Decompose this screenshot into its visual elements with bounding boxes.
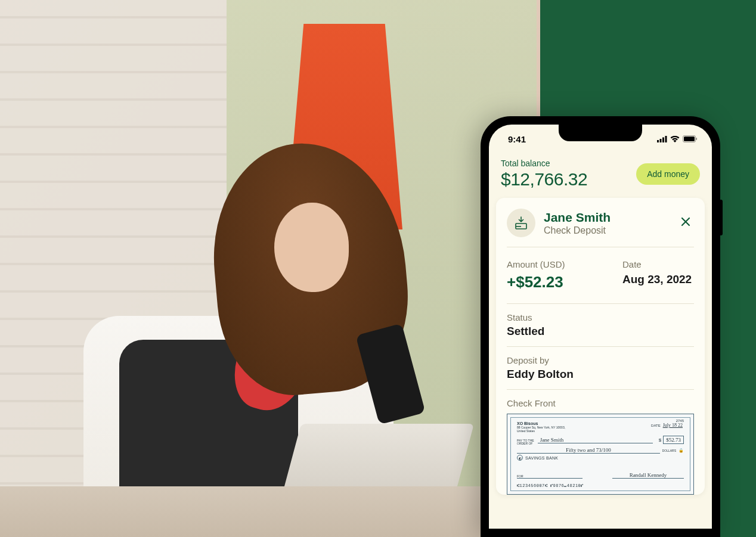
card-header: Jane Smith Check Deposit (507, 209, 694, 247)
phone-device-frame: 9:41 Total balance $12,766.32 Add money (481, 116, 720, 537)
status-icons (657, 134, 698, 144)
date-value: Aug 23, 2022 (622, 273, 692, 286)
hero-photo (0, 0, 540, 537)
amount-date-row: Amount (USD) +$52.23 Date Aug 23, 2022 (507, 247, 694, 304)
total-balance-amount: $12,766.32 (501, 169, 587, 190)
deposit-by-label: Deposit by (507, 355, 694, 365)
check-for-label: FOR (517, 474, 523, 478)
check-amount-box: $52.73 (663, 436, 684, 444)
balance-header: Total balance $12,766.32 Add money (489, 148, 712, 198)
bank-logo-icon: ◐ (517, 455, 523, 461)
date-label: Date (622, 259, 642, 269)
check-payto-value: Jane Smith (538, 437, 653, 443)
phone-screen: 9:41 Total balance $12,766.32 Add money (489, 125, 712, 529)
close-icon (680, 216, 691, 229)
svg-rect-5 (684, 136, 695, 141)
status-label: Status (507, 312, 694, 322)
status-field: Status Settled (507, 304, 694, 347)
svg-rect-6 (696, 138, 698, 140)
deposit-by-value: Eddy Bolton (507, 368, 694, 381)
amount-label: Amount (USD) (507, 259, 611, 269)
check-front-section: Check Front 2745 XO Bisous 88 Cooper Sq,… (507, 390, 694, 495)
phone-notch (559, 125, 642, 141)
svg-rect-0 (657, 140, 659, 142)
check-dollars-label: DOLLARS (662, 449, 676, 452)
lock-icon: 🔒 (678, 448, 684, 453)
table-surface (0, 486, 540, 537)
amount-value: +$52.23 (507, 273, 611, 291)
check-signature: Randall Kennedy (612, 472, 684, 479)
add-money-button[interactable]: Add money (636, 163, 700, 185)
deposit-icon (507, 209, 535, 237)
status-time: 9:41 (508, 134, 526, 144)
svg-rect-2 (662, 138, 664, 143)
check-written-amount: Fifty two and 73/100 (517, 447, 660, 454)
deposit-type: Check Deposit (544, 225, 669, 236)
cellular-icon (657, 134, 667, 144)
deposit-by-field: Deposit by Eddy Bolton (507, 347, 694, 390)
check-micr-line: ⑆123456007⑆ ⑈9876⑉48210⑈ (517, 483, 584, 488)
svg-rect-3 (665, 136, 667, 142)
wifi-icon (670, 134, 680, 144)
check-payto-label2: ORDER OF (517, 442, 534, 445)
battery-icon (683, 134, 698, 144)
check-front-label: Check Front (507, 398, 556, 408)
depositor-name: Jane Smith (544, 210, 669, 225)
deposit-card: Jane Smith Check Deposit Amount (USD) +$… (496, 198, 705, 495)
check-date-label: DATE (651, 424, 661, 427)
check-date-value: July 18 22 (663, 423, 683, 428)
svg-rect-1 (660, 139, 662, 142)
close-button[interactable] (677, 215, 694, 231)
check-dollar-sign: $ (659, 437, 661, 443)
status-value: Settled (507, 325, 694, 338)
check-image[interactable]: 2745 XO Bisous 88 Cooper Sq, New York, N… (507, 414, 694, 495)
check-bank-name: SAVINGS BANK (525, 456, 558, 460)
check-payer-addr2: United States (517, 429, 684, 433)
total-balance-label: Total balance (501, 159, 587, 168)
